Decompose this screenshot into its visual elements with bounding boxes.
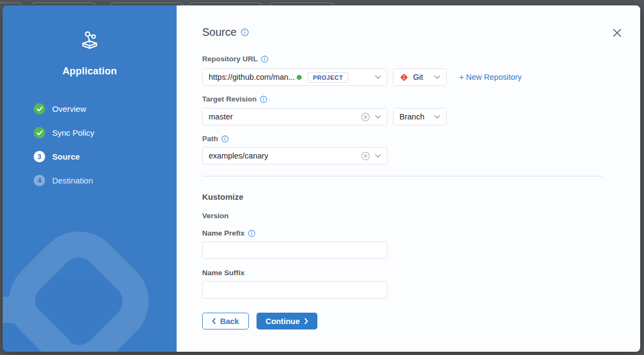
source-form-panel: Source Repository URL https://github.com… bbox=[177, 5, 640, 352]
step-label: Source bbox=[52, 152, 80, 161]
step-label: Sync Policy bbox=[52, 128, 95, 137]
repo-connected-dot bbox=[297, 75, 302, 80]
chevron-left-icon bbox=[212, 318, 216, 324]
check-icon bbox=[34, 103, 45, 115]
chevron-down-icon bbox=[375, 115, 381, 119]
repository-url-value: https://github.com/man... bbox=[209, 73, 295, 81]
target-revision-label: Target Revision bbox=[202, 95, 257, 103]
back-button[interactable]: Back bbox=[202, 313, 249, 329]
info-icon[interactable] bbox=[260, 96, 267, 103]
step-label: Destination bbox=[52, 176, 93, 185]
page-title: Source bbox=[202, 26, 236, 39]
chevron-down-icon bbox=[375, 75, 381, 79]
step-number-badge: 3 bbox=[34, 151, 45, 162]
step-label: Overview bbox=[52, 104, 86, 113]
wizard-title: Application bbox=[3, 66, 177, 77]
clear-icon[interactable] bbox=[361, 112, 370, 122]
step-sync-policy[interactable]: Sync Policy bbox=[34, 127, 177, 138]
continue-button-label: Continue bbox=[266, 317, 300, 326]
application-wizard-modal: Application Overview Sync Policy 3 Sourc… bbox=[3, 5, 640, 352]
repository-url-label: Repository URL bbox=[202, 55, 258, 63]
wizard-steps: Overview Sync Policy 3 Source 4 Destinat… bbox=[34, 103, 177, 186]
check-icon bbox=[34, 127, 45, 138]
info-icon[interactable] bbox=[221, 135, 229, 143]
name-suffix-label: Name Suffix bbox=[202, 269, 245, 277]
repository-url-select[interactable]: https://github.com/man... PROJECT bbox=[202, 68, 387, 86]
step-overview[interactable]: Overview bbox=[34, 103, 177, 115]
section-divider bbox=[202, 176, 603, 176]
revision-type-select[interactable]: Branch bbox=[393, 108, 447, 125]
new-repository-link[interactable]: + New Repository bbox=[459, 73, 522, 81]
name-prefix-label: Name Prefix bbox=[202, 229, 245, 237]
info-icon[interactable] bbox=[261, 55, 268, 63]
chevron-down-icon bbox=[434, 115, 440, 119]
chevron-down-icon bbox=[434, 75, 440, 79]
wizard-sidebar: Application Overview Sync Policy 3 Sourc… bbox=[3, 5, 177, 352]
step-source[interactable]: 3 Source bbox=[34, 151, 177, 162]
repo-type-value: Git bbox=[413, 73, 423, 81]
path-value: examples/canary bbox=[209, 151, 268, 160]
close-icon[interactable] bbox=[611, 27, 622, 38]
target-revision-input[interactable]: master bbox=[202, 108, 387, 125]
chevron-right-icon bbox=[304, 318, 308, 324]
chevron-down-icon bbox=[375, 154, 381, 158]
target-revision-value: master bbox=[209, 112, 233, 121]
project-badge: PROJECT bbox=[308, 72, 348, 83]
path-input[interactable]: examples/canary bbox=[202, 147, 387, 164]
path-label: Path bbox=[202, 135, 218, 143]
clear-icon[interactable] bbox=[361, 151, 370, 161]
name-prefix-input[interactable] bbox=[202, 242, 387, 259]
step-destination[interactable]: 4 Destination bbox=[34, 175, 177, 186]
name-suffix-input[interactable] bbox=[202, 281, 387, 299]
repo-type-select[interactable]: Git bbox=[393, 68, 447, 86]
git-icon bbox=[399, 73, 409, 82]
step-number-badge: 4 bbox=[34, 175, 45, 186]
info-icon[interactable] bbox=[248, 230, 255, 237]
kustomize-heading: Kustomize bbox=[202, 192, 640, 201]
continue-button[interactable]: Continue bbox=[257, 313, 317, 329]
back-button-label: Back bbox=[220, 317, 239, 326]
application-box-icon bbox=[78, 30, 102, 52]
revision-type-value: Branch bbox=[399, 112, 424, 121]
version-label: Version bbox=[202, 212, 640, 220]
info-icon[interactable] bbox=[241, 28, 249, 36]
